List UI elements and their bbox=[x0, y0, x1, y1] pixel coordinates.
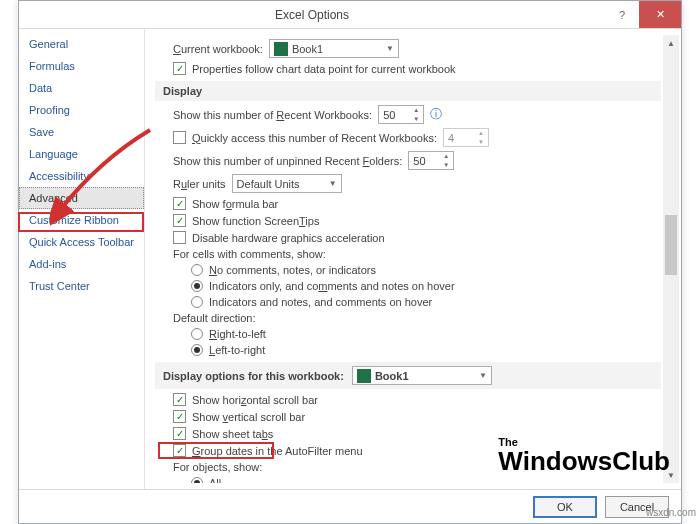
display-workbook-section-header: Display options for this workbook: Book1… bbox=[155, 362, 661, 389]
close-button[interactable]: ✕ bbox=[639, 1, 681, 28]
sidebar-item-proofing[interactable]: Proofing bbox=[19, 99, 144, 121]
vertical-scrollbar[interactable]: ▲ ▼ bbox=[663, 35, 679, 483]
objects-show-label: For objects, show: bbox=[173, 461, 262, 473]
unpinned-folders-spinner[interactable]: 50 ▲▼ bbox=[408, 151, 454, 170]
sidebar-item-data[interactable]: Data bbox=[19, 77, 144, 99]
sidebar-item-customize-ribbon[interactable]: Customize Ribbon bbox=[19, 209, 144, 231]
hscroll-checkbox[interactable] bbox=[173, 393, 186, 406]
comments-opt3-label: Indicators and notes, and comments on ho… bbox=[209, 296, 432, 308]
scroll-thumb[interactable] bbox=[665, 215, 677, 275]
show-formula-bar-checkbox[interactable] bbox=[173, 197, 186, 210]
sidebar-item-language[interactable]: Language bbox=[19, 143, 144, 165]
show-screentips-checkbox[interactable] bbox=[173, 214, 186, 227]
dialog-footer: OK Cancel bbox=[19, 489, 681, 523]
ruler-units-label: Ruler units bbox=[173, 178, 226, 190]
current-workbook-value: Book1 bbox=[292, 43, 323, 55]
info-icon[interactable]: ⓘ bbox=[430, 106, 442, 123]
dir-ltr-radio[interactable] bbox=[191, 344, 203, 356]
comments-opt2-label: Indicators only, and comments and notes … bbox=[209, 280, 455, 292]
sidebar-item-advanced[interactable]: Advanced bbox=[19, 187, 144, 209]
dir-rtl-label: Right-to-left bbox=[209, 328, 266, 340]
sidebar-item-save[interactable]: Save bbox=[19, 121, 144, 143]
sheet-tabs-label: Show sheet tabs bbox=[192, 428, 273, 440]
window-title: Excel Options bbox=[19, 8, 605, 22]
scroll-down-icon[interactable]: ▼ bbox=[663, 467, 679, 483]
sidebar-item-general[interactable]: General bbox=[19, 33, 144, 55]
sidebar-item-accessibility[interactable]: Accessibility bbox=[19, 165, 144, 187]
quick-access-spinner[interactable]: 4 ▲▼ bbox=[443, 128, 489, 147]
disable-hw-checkbox[interactable] bbox=[173, 231, 186, 244]
quick-access-label: Quickly access this number of Recent Wor… bbox=[192, 132, 437, 144]
site-watermark: wsxdn.com bbox=[646, 507, 696, 518]
disable-hw-label: Disable hardware graphics acceleration bbox=[192, 232, 385, 244]
dir-rtl-radio[interactable] bbox=[191, 328, 203, 340]
display-workbook-combo[interactable]: Book1 ▼ bbox=[352, 366, 492, 385]
ruler-units-combo[interactable]: Default Units ▼ bbox=[232, 174, 342, 193]
group-dates-label: Group dates in the AutoFilter menu bbox=[192, 445, 363, 457]
sidebar-item-addins[interactable]: Add-ins bbox=[19, 253, 144, 275]
help-button[interactable]: ? bbox=[605, 1, 639, 28]
ok-button[interactable]: OK bbox=[533, 496, 597, 518]
show-formula-bar-label: Show formula bar bbox=[192, 198, 278, 210]
current-workbook-combo[interactable]: Book1 ▼ bbox=[269, 39, 399, 58]
sidebar-item-quick-access[interactable]: Quick Access Toolbar bbox=[19, 231, 144, 253]
vscroll-checkbox[interactable] bbox=[173, 410, 186, 423]
properties-follow-checkbox[interactable] bbox=[173, 62, 186, 75]
group-dates-checkbox[interactable] bbox=[173, 444, 186, 457]
category-sidebar: General Formulas Data Proofing Save Lang… bbox=[19, 29, 145, 489]
recent-workbooks-spinner[interactable]: 50 ▲▼ bbox=[378, 105, 424, 124]
sidebar-item-formulas[interactable]: Formulas bbox=[19, 55, 144, 77]
comments-opt1-label: No comments, notes, or indicators bbox=[209, 264, 376, 276]
comments-opt2-radio[interactable] bbox=[191, 280, 203, 292]
dir-ltr-label: Left-to-right bbox=[209, 344, 265, 356]
unpinned-folders-label: Show this number of unpinned Recent Fold… bbox=[173, 155, 402, 167]
titlebar: Excel Options ? ✕ bbox=[19, 1, 681, 29]
objects-all-label: All bbox=[209, 477, 221, 483]
comments-show-label: For cells with comments, show: bbox=[173, 248, 326, 260]
scroll-up-icon[interactable]: ▲ bbox=[663, 35, 679, 51]
show-screentips-label: Show function ScreenTips bbox=[192, 215, 319, 227]
options-dialog: Excel Options ? ✕ General Formulas Data … bbox=[18, 0, 682, 524]
chevron-down-icon: ▼ bbox=[386, 44, 394, 53]
current-workbook-label: Current workbook: bbox=[173, 43, 263, 55]
content-pane: Current workbook: Book1 ▼ Properties fol… bbox=[145, 29, 681, 489]
hscroll-label: Show horizontal scroll bar bbox=[192, 394, 318, 406]
comments-opt3-radio[interactable] bbox=[191, 296, 203, 308]
sheet-tabs-checkbox[interactable] bbox=[173, 427, 186, 440]
comments-opt1-radio[interactable] bbox=[191, 264, 203, 276]
default-direction-label: Default direction: bbox=[173, 312, 256, 324]
chevron-down-icon: ▼ bbox=[329, 179, 337, 188]
quick-access-checkbox[interactable] bbox=[173, 131, 186, 144]
chevron-down-icon: ▼ bbox=[479, 371, 487, 380]
vscroll-label: Show vertical scroll bar bbox=[192, 411, 305, 423]
recent-workbooks-label: Show this number of Recent Workbooks: bbox=[173, 109, 372, 121]
objects-all-radio[interactable] bbox=[191, 477, 203, 483]
display-section-header: Display bbox=[155, 81, 661, 101]
properties-follow-label: Properties follow chart data point for c… bbox=[192, 63, 456, 75]
sidebar-item-trust-center[interactable]: Trust Center bbox=[19, 275, 144, 297]
